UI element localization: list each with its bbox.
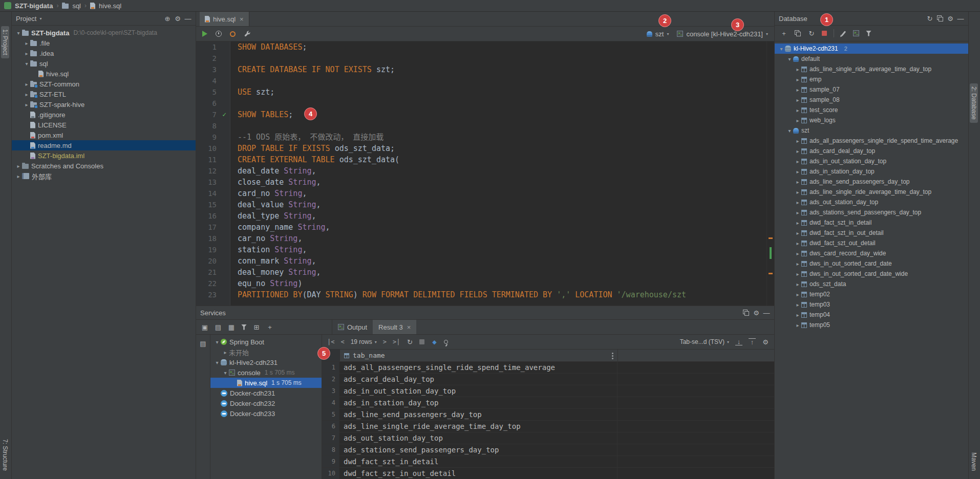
row-number-cell[interactable]: 3 (322, 385, 339, 397)
result-cell[interactable]: ads_line_single_ride_average_time_day_to… (339, 421, 617, 432)
tree-item-spring-boot[interactable]: ▾Spring Boot (210, 337, 322, 347)
chevron-collapsed-icon[interactable]: ▸ (23, 92, 30, 97)
result-cell[interactable]: dwd_fact_szt_in_detail (339, 456, 617, 467)
gear-icon[interactable]: ⚙ (947, 15, 954, 22)
add-service-icon[interactable]: ⊞ (253, 324, 260, 331)
chevron-expanded-icon[interactable]: ▾ (214, 360, 221, 365)
chevron-collapsed-icon[interactable]: ▸ (794, 230, 801, 236)
tab-result-3[interactable]: Result 3 × (373, 320, 416, 334)
tree-item-dws-in-out-sorted-card-date-wide[interactable]: ▸dws_in_out_sorted_card_date_wide (775, 269, 968, 279)
chevron-collapsed-icon[interactable]: ▸ (23, 81, 30, 87)
tree-item-sample-08[interactable]: ▸sample_08 (775, 95, 968, 105)
import-icon[interactable]: ↑ (749, 338, 756, 345)
breadcrumb-sql[interactable]: sql (72, 2, 81, 10)
chevron-collapsed-icon[interactable]: ▸ (794, 322, 801, 328)
tree-item-web-logs[interactable]: ▸web_logs (775, 115, 968, 125)
extractor-dropdown[interactable]: Tab-se...d (TSV) ▾ (680, 338, 729, 345)
console-selector[interactable]: console [kl-Hive2-cdh231] ▾ (677, 30, 768, 38)
breadcrumb-hive-sql[interactable]: hive.sql (99, 2, 121, 10)
chevron-collapsed-icon[interactable]: ▸ (794, 271, 801, 277)
tab-hive-sql[interactable]: hive.sql × (200, 12, 249, 26)
editor-gutter[interactable]: 1234567✓891011121314151617181920212223 (196, 41, 230, 306)
filter-icon[interactable] (241, 324, 247, 330)
tree-item-docker-cdh232[interactable]: Docker-cdh232 (210, 398, 322, 408)
tree-item-scratches-and-consoles[interactable]: ▸Scratches and Consoles (12, 161, 196, 171)
chevron-collapsed-icon[interactable]: ▸ (23, 40, 30, 46)
chevron-collapsed-icon[interactable]: ▸ (794, 281, 801, 287)
tree-item-dwd-fact-szt-in-detail[interactable]: ▸dwd_fact_szt_in_detail (775, 217, 968, 228)
float-mode-icon[interactable] (742, 310, 750, 316)
tree-item-temp04[interactable]: ▸temp04 (775, 310, 968, 320)
tree-item-szt-common[interactable]: ▸SZT-common (12, 79, 196, 89)
float-mode-icon[interactable] (936, 15, 944, 21)
chevron-expanded-icon[interactable]: ▾ (786, 128, 793, 134)
tree-item-kl-hive2-cdh231[interactable]: ▾kl-Hive2-cdh2312 (775, 43, 968, 54)
plus-icon[interactable]: + (266, 324, 273, 331)
next-page-icon[interactable]: > (383, 338, 387, 345)
jump-to-console-icon[interactable] (853, 30, 859, 36)
editor-scrollbar[interactable] (766, 41, 774, 306)
chevron-down-icon[interactable]: ▾ (39, 16, 41, 21)
tree-item-readme-md[interactable]: readme.md (12, 140, 196, 150)
last-page-icon[interactable]: >| (393, 338, 400, 345)
wrench-icon[interactable] (244, 31, 251, 37)
hide-icon[interactable]: — (957, 15, 964, 22)
code-editor[interactable]: SHOW DATABASES;CREATE DATABASE IF NOT EX… (230, 41, 766, 306)
column-header-tab-name[interactable]: tab_name (340, 350, 618, 361)
chevron-collapsed-icon[interactable]: ▸ (794, 200, 801, 205)
tree-item-docker-cdh231[interactable]: Docker-cdh231 (210, 388, 322, 398)
result-cell[interactable]: ads_line_send_passengers_day_top (339, 409, 617, 420)
pin-icon[interactable] (444, 340, 448, 344)
chevron-collapsed-icon[interactable]: ▸ (794, 189, 801, 195)
tool-window-button-project[interactable]: 1: Project (1, 26, 9, 58)
result-cell[interactable]: ads_stations_send_passengers_day_top (339, 444, 617, 455)
row-number-cell[interactable]: 8 (322, 444, 339, 455)
tree-item-ads-line-single-ride-average-time-day-top[interactable]: ▸ads_line_single_ride_average_time_day_t… (775, 187, 968, 197)
tree-item-dws-in-out-sorted-card-date[interactable]: ▸dws_in_out_sorted_card_date (775, 258, 968, 269)
chevron-collapsed-icon[interactable]: ▸ (794, 67, 801, 72)
tree-item-test-score[interactable]: ▸test_score (775, 105, 968, 115)
tree-item-szt[interactable]: ▾szt (775, 125, 968, 136)
modify-icon[interactable]: ◆ (431, 339, 438, 345)
sync-icon[interactable]: ↻ (808, 30, 815, 37)
chevron-collapsed-icon[interactable]: ▸ (15, 163, 22, 169)
hide-icon[interactable]: — (763, 310, 770, 316)
chevron-collapsed-icon[interactable]: ▸ (794, 241, 801, 246)
tree-item-docker-cdh233[interactable]: Docker-cdh233 (210, 408, 322, 419)
row-number-cell[interactable]: 1 (322, 362, 339, 373)
tree-item-console[interactable]: ▾console1 s 705 ms (210, 367, 322, 378)
history-icon[interactable] (216, 31, 222, 37)
refresh-icon[interactable]: ↻ (926, 15, 933, 22)
chevron-collapsed-icon[interactable]: ▸ (794, 292, 801, 297)
previous-page-icon[interactable]: < (340, 338, 344, 345)
tree-item-default[interactable]: ▾default (775, 54, 968, 64)
result-cell[interactable]: ads_in_out_station_day_top (339, 385, 617, 397)
tab-output[interactable]: Output (332, 320, 373, 334)
stop-icon[interactable] (419, 339, 424, 344)
tree-item-dwd-fact-szt-in-out-detail[interactable]: ▸dwd_fact_szt_in_out_detail (775, 228, 968, 238)
row-count-dropdown[interactable]: 19 rows ▾ (351, 338, 377, 345)
chevron-collapsed-icon[interactable]: ▸ (794, 118, 801, 123)
tree-item-hive-sql[interactable]: hive.sql (12, 69, 196, 79)
export-icon[interactable]: ↓ (735, 338, 742, 345)
chevron-expanded-icon[interactable]: ▾ (222, 370, 229, 376)
tree-item-temp02[interactable]: ▸temp02 (775, 289, 968, 299)
tree-item-ods-szt-data[interactable]: ▸ods_szt_data (775, 279, 968, 289)
tree-item-temp03[interactable]: ▸temp03 (775, 299, 968, 310)
row-number-cell[interactable]: 4 (322, 397, 339, 408)
run-icon[interactable] (202, 31, 207, 37)
result-cell[interactable]: dwd_fact_szt_in_out_detail (339, 468, 617, 479)
tree-item-license[interactable]: LICENSE (12, 120, 196, 130)
first-page-icon[interactable]: |< (327, 338, 334, 345)
tree-item-szt-bigdata-iml[interactable]: SZT-bigdata.iml (12, 150, 196, 161)
group-by-icon[interactable]: ▦ (228, 324, 235, 331)
project-panel-title[interactable]: Project (16, 15, 36, 23)
chevron-collapsed-icon[interactable]: ▸ (794, 220, 801, 226)
chevron-expanded-icon[interactable]: ▾ (15, 30, 22, 36)
chevron-collapsed-icon[interactable]: ▸ (794, 107, 801, 113)
new-item-icon[interactable]: + (780, 30, 787, 37)
tree-item-gitignore[interactable]: .gitignore (12, 110, 196, 120)
edit-source-icon[interactable] (841, 31, 846, 36)
tool-window-button-maven[interactable]: Maven (970, 449, 978, 474)
tree-item-sql[interactable]: ▾sql (12, 58, 196, 69)
